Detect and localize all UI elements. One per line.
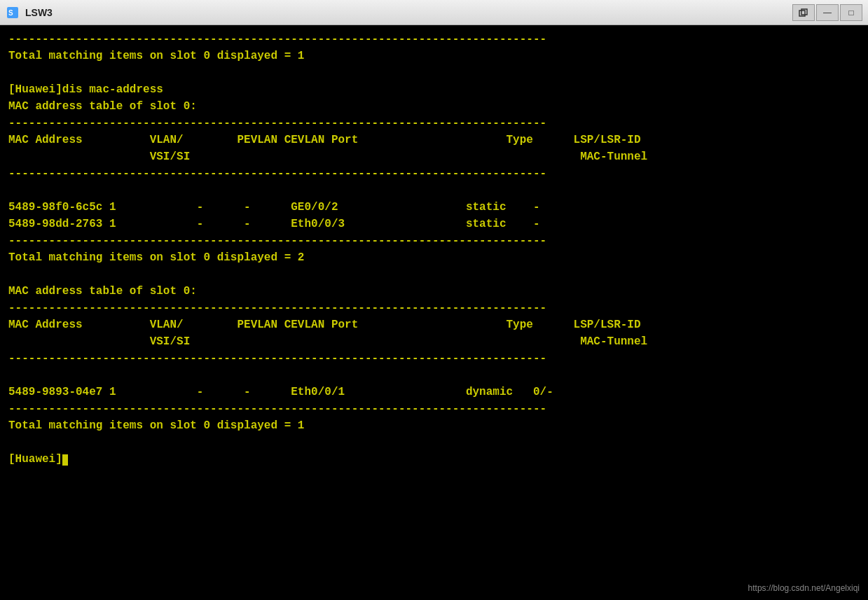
line-table-header-2: MAC address table of slot 0: [8, 285, 197, 298]
separator-line-7: ----------------------------------------… [8, 403, 546, 415]
mac-entry-2: 5489-98dd-2763 1 - - Eth0/0/3 static - [8, 218, 540, 230]
svg-rect-3 [801, 9, 807, 15]
separator-line-3: ----------------------------------------… [8, 167, 546, 180]
terminal-window[interactable]: ----------------------------------------… [0, 25, 868, 600]
line-col-headers-1: MAC Address VLAN/ PEVLAN CEVLAN Port Typ… [8, 134, 641, 146]
line-total-2: Total matching items on slot 0 displayed… [8, 251, 304, 264]
maximize-button[interactable]: □ [840, 4, 862, 21]
separator-line-5: ----------------------------------------… [8, 302, 546, 314]
line-total-1: Total matching items on slot 0 displayed… [8, 50, 304, 62]
mac-entry-3: 5489-9893-04e7 1 - - Eth0/0/1 dynamic 0/… [8, 386, 553, 398]
svg-text:S: S [8, 9, 13, 17]
titlebar-left: S LSW3 [6, 6, 53, 20]
titlebar: S LSW3 — □ [0, 0, 868, 25]
line-col-headers-4: VSI/SI MAC-Tunnel [8, 335, 647, 348]
app-icon: S [6, 6, 20, 20]
cursor [62, 454, 68, 466]
line-table-header-1: MAC address table of slot 0: [8, 100, 197, 113]
watermark: https://blog.csdn.net/Angelxiqi [748, 582, 860, 594]
prompt-line: [Huawei] [8, 453, 68, 466]
separator-line-4: ----------------------------------------… [8, 235, 546, 247]
line-total-3: Total matching items on slot 0 displayed… [8, 419, 304, 432]
line-col-headers-3: MAC Address VLAN/ PEVLAN CEVLAN Port Typ… [8, 319, 641, 331]
window-controls: — □ [792, 4, 862, 21]
terminal-content: ----------------------------------------… [8, 31, 860, 468]
restore-icon [799, 8, 808, 17]
separator-line-2: ----------------------------------------… [8, 117, 546, 130]
line-command: [Huawei]dis mac-address [8, 83, 163, 96]
mac-entry-1: 5489-98f0-6c5c 1 - - GE0/0/2 static - [8, 201, 540, 214]
separator-line-1: ----------------------------------------… [8, 33, 546, 46]
window-title: LSW3 [25, 7, 53, 18]
restore-button[interactable] [792, 4, 815, 21]
minimize-button[interactable]: — [816, 4, 839, 21]
separator-line-6: ----------------------------------------… [8, 352, 546, 365]
line-col-headers-2: VSI/SI MAC-Tunnel [8, 151, 647, 163]
svg-rect-2 [799, 11, 805, 16]
